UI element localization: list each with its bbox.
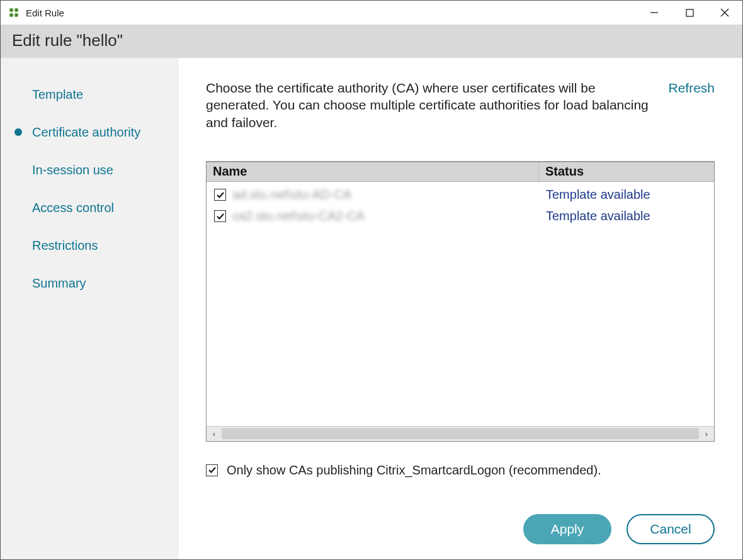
sidebar-item-summary[interactable]: Summary: [1, 264, 178, 302]
scroll-track[interactable]: [222, 428, 699, 439]
horizontal-scrollbar[interactable]: ‹ ›: [207, 426, 714, 441]
filter-row: Only show CAs publishing Citrix_Smartcar…: [206, 463, 715, 478]
window-title: Edit Rule: [26, 8, 64, 18]
column-header-name[interactable]: Name: [207, 162, 539, 181]
cancel-button[interactable]: Cancel: [627, 514, 715, 544]
description-row: Choose the certificate authority (CA) wh…: [206, 79, 715, 131]
sidebar-item-restrictions[interactable]: Restrictions: [1, 227, 178, 264]
close-button[interactable]: [707, 1, 742, 25]
filter-checkbox[interactable]: [206, 464, 218, 476]
ca-table: Name Status ad.stu.net\stu-AD-CA Templat…: [206, 161, 715, 442]
ca-status-cell: Template available: [540, 209, 650, 223]
ca-status-cell: Template available: [540, 188, 650, 202]
sidebar-item-access-control[interactable]: Access control: [1, 189, 178, 227]
sidebar-item-label: Certificate authority: [32, 125, 140, 140]
minimize-button[interactable]: [637, 1, 672, 25]
ca-name-cell: ad.stu.net\stu-AD-CA: [232, 188, 540, 202]
refresh-link[interactable]: Refresh: [668, 81, 715, 96]
sidebar-bullet: [14, 204, 22, 211]
footer: Apply Cancel: [206, 498, 715, 559]
svg-point-7: [16, 14, 17, 16]
sidebar-item-label: Summary: [32, 276, 86, 291]
column-header-status[interactable]: Status: [539, 164, 714, 179]
main-panel: Choose the certificate authority (CA) wh…: [178, 58, 742, 559]
svg-rect-9: [686, 9, 693, 16]
sidebar-bullet: [14, 279, 22, 287]
table-body: ad.stu.net\stu-AD-CA Template available …: [207, 182, 714, 426]
table-row[interactable]: ca2.stu.net\stu-CA2-CA Template availabl…: [207, 206, 714, 227]
sidebar: Template Certificate authority In-sessio…: [1, 58, 178, 559]
sidebar-item-template[interactable]: Template: [1, 76, 178, 113]
ca-name-cell: ca2.stu.net\stu-CA2-CA: [232, 209, 540, 223]
row-checkbox[interactable]: [214, 210, 226, 222]
body: Template Certificate authority In-sessio…: [1, 58, 742, 559]
table-header-row: Name Status: [207, 162, 714, 182]
sidebar-item-in-session-use[interactable]: In-session use: [1, 151, 178, 189]
sidebar-bullet: [14, 91, 22, 98]
page-title: Edit rule "hello": [12, 31, 731, 50]
page-header: Edit rule "hello": [1, 25, 742, 58]
svg-point-4: [11, 9, 12, 11]
maximize-button[interactable]: [672, 1, 707, 25]
apply-button[interactable]: Apply: [523, 514, 611, 544]
scroll-left-icon[interactable]: ‹: [207, 427, 222, 440]
svg-point-5: [16, 9, 17, 11]
scroll-right-icon[interactable]: ›: [699, 427, 714, 440]
svg-point-6: [11, 14, 12, 16]
sidebar-bullet: [14, 166, 22, 174]
table-row[interactable]: ad.stu.net\stu-AD-CA Template available: [207, 184, 714, 206]
sidebar-bullet: [14, 128, 22, 136]
window: Edit Rule Edit rule "hello" Template Cer…: [0, 0, 743, 560]
sidebar-item-certificate-authority[interactable]: Certificate authority: [1, 113, 178, 151]
row-checkbox[interactable]: [214, 189, 226, 201]
app-icon: [8, 7, 20, 18]
sidebar-bullet: [14, 242, 22, 249]
sidebar-item-label: In-session use: [32, 163, 113, 177]
titlebar: Edit Rule: [1, 1, 742, 25]
sidebar-item-label: Template: [32, 87, 83, 102]
filter-label: Only show CAs publishing Citrix_Smartcar…: [227, 463, 601, 478]
sidebar-item-label: Access control: [32, 201, 114, 215]
sidebar-item-label: Restrictions: [32, 238, 98, 253]
page-description: Choose the certificate authority (CA) wh…: [206, 79, 649, 131]
